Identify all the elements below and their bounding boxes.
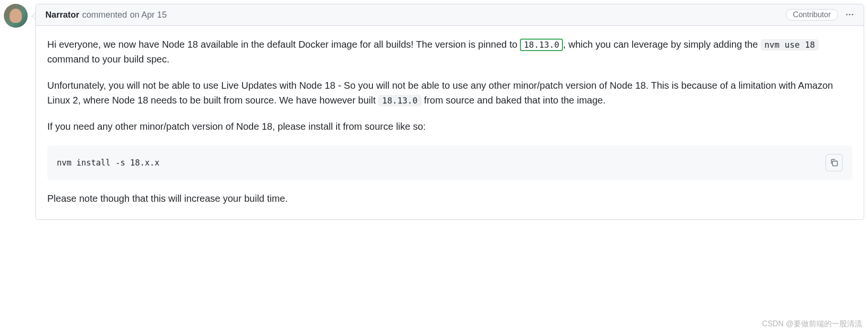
avatar[interactable] [4,4,28,28]
code-block: nvm install -s 18.x.x [47,145,852,180]
paragraph-3: If you need any other minor/patch versio… [47,119,852,134]
comment-wrapper: Narrator commented on Apr 15 Contributor… [4,4,864,220]
text: command to your build spec. [47,54,169,64]
comment-body: Hi everyone, we now have Node 18 availab… [36,26,864,219]
code-block-content: nvm install -s 18.x.x [57,156,159,169]
comment-container: Narrator commented on Apr 15 Contributor… [35,4,864,220]
paragraph-1: Hi everyone, we now have Node 18 availab… [47,37,852,67]
commented-label: commented [82,10,127,20]
header-left: Narrator commented on Apr 15 [45,10,167,20]
comment-timestamp[interactable]: on Apr 15 [130,10,167,20]
svg-rect-0 [833,161,837,166]
comment-header: Narrator commented on Apr 15 Contributor… [36,4,864,26]
comment-arrow [32,12,35,20]
inline-code: nvm use 18 [761,39,819,51]
copy-icon [830,158,838,167]
header-right: Contributor ··· [786,9,854,21]
role-badge: Contributor [786,9,838,21]
inline-code: 18.13.0 [378,95,421,106]
text: from source and baked that into the imag… [422,95,606,105]
text: , which you can leverage by simply addin… [563,39,761,50]
comment-author[interactable]: Narrator [45,10,79,20]
paragraph-2: Unfortunately, you will not be able to u… [47,78,852,108]
comment-box: Narrator commented on Apr 15 Contributor… [35,4,864,220]
kebab-menu-icon[interactable]: ··· [846,10,854,19]
copy-button[interactable] [826,154,843,171]
text: Hi everyone, we now have Node 18 availab… [47,39,520,50]
paragraph-4: Please note though that this will increa… [47,191,852,206]
version-highlight: 18.13.0 [520,39,563,51]
